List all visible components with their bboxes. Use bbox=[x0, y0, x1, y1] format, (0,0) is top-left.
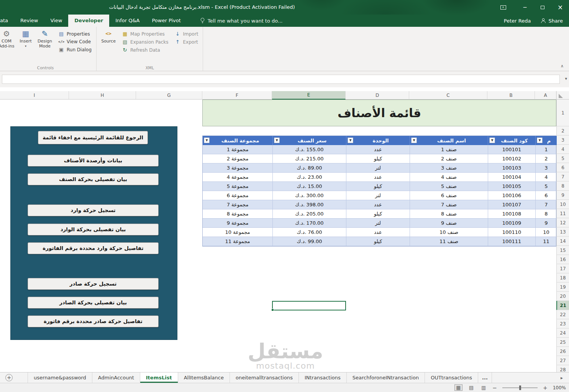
row-header-26[interactable]: 26 bbox=[556, 347, 569, 356]
sheet-tabs-overflow[interactable]: ... bbox=[478, 372, 492, 383]
sheet-tab-allitemsbalance[interactable]: AllItemsBalance bbox=[178, 372, 230, 383]
cell-name[interactable]: صنف 9 bbox=[410, 219, 488, 228]
cell-group[interactable]: مجموعة 8 bbox=[203, 209, 272, 219]
sheet-tab-oneitemalltransactions[interactable]: oneitemalltransactions bbox=[230, 372, 299, 383]
cell-serial[interactable]: 8 bbox=[535, 209, 557, 219]
expansion-packs-button[interactable]: ▧ Expansion Packs bbox=[122, 39, 168, 45]
cell-price[interactable]: د.ك.23.00 bbox=[272, 173, 346, 182]
cell-name[interactable]: صنف 1 bbox=[410, 145, 488, 154]
cell-name[interactable]: صنف 5 bbox=[410, 182, 488, 191]
cell-name[interactable]: صنف 2 bbox=[410, 154, 488, 163]
cell-serial[interactable]: 4 bbox=[535, 173, 557, 182]
row-header-5[interactable]: 5 bbox=[556, 154, 569, 163]
cell-serial[interactable]: 7 bbox=[535, 200, 557, 209]
user-name[interactable]: Peter Reda bbox=[504, 18, 531, 24]
cell-group[interactable]: مجموعة 6 bbox=[203, 191, 272, 200]
cell-price[interactable]: د.ك.398.00 bbox=[272, 200, 346, 209]
run-dialog-button[interactable]: ▣ Run Dialog bbox=[58, 47, 92, 52]
column-header-E[interactable]: E bbox=[272, 91, 346, 100]
cell-price[interactable]: د.ك.15.00 bbox=[272, 182, 346, 191]
cell-code[interactable]: 100107 bbox=[488, 200, 535, 209]
cell-price[interactable]: د.ك.205.00 bbox=[272, 209, 346, 219]
row-header-15[interactable]: 15 bbox=[556, 246, 569, 255]
cell-group[interactable]: مجموعة 3 bbox=[203, 163, 272, 173]
sheet-tab-adminaccount[interactable]: AdminAccount bbox=[92, 372, 140, 383]
row-header-2[interactable]: 2 bbox=[556, 126, 569, 136]
cell-serial[interactable]: 11 bbox=[535, 237, 557, 246]
row-header-4[interactable]: 4 bbox=[556, 145, 569, 154]
cell-price[interactable]: د.ك.89.00 bbox=[272, 163, 346, 173]
ribbon-tab-view[interactable]: View bbox=[44, 15, 68, 27]
filter-dropdown-icon[interactable]: ▼ bbox=[204, 137, 210, 143]
panel-button-9[interactable]: تفاصيل حركة صادر محددة برقم فاتورة bbox=[28, 315, 159, 327]
sheet-tab-intransactions[interactable]: INtransactions bbox=[299, 372, 347, 383]
cell-code[interactable]: 100106 bbox=[488, 191, 535, 200]
row-header-8[interactable]: 8 bbox=[556, 181, 569, 191]
column-header-A[interactable]: A bbox=[535, 91, 556, 100]
column-header-F[interactable]: F bbox=[202, 91, 272, 100]
formula-bar-expand-icon[interactable]: ▾ bbox=[565, 76, 567, 81]
row-header-12[interactable]: 12 bbox=[556, 218, 569, 227]
cell-code[interactable]: 100102 bbox=[488, 154, 535, 163]
table-header-[interactable]: ▼سعر الصنف bbox=[272, 136, 346, 145]
sheet-tab-itemslist[interactable]: ItemsList bbox=[140, 372, 178, 383]
filter-dropdown-icon[interactable]: ▼ bbox=[274, 137, 280, 143]
cell-code[interactable]: 100109 bbox=[488, 219, 535, 228]
ribbon-tab-data[interactable]: Data bbox=[0, 15, 14, 27]
row-header-10[interactable]: 10 bbox=[556, 200, 569, 209]
view-code-button[interactable]: </> View Code bbox=[58, 39, 92, 44]
share-button[interactable]: Share bbox=[541, 18, 563, 24]
row-header-14[interactable]: 14 bbox=[556, 237, 569, 246]
insert-control-button[interactable]: ▦ Insert ▾ bbox=[16, 28, 35, 47]
page-break-view-icon[interactable]: ▥ bbox=[480, 385, 487, 390]
cell-unit[interactable]: عدد bbox=[346, 173, 410, 182]
refresh-data-button[interactable]: ↻ Refresh Data bbox=[122, 47, 168, 53]
zoom-slider-thumb[interactable] bbox=[519, 385, 521, 390]
column-header-I[interactable]: I bbox=[0, 91, 69, 100]
cell-code[interactable]: 100111 bbox=[488, 237, 535, 246]
table-header-[interactable]: ▼مجموعة الصنف bbox=[203, 136, 272, 145]
cell-serial[interactable]: 6 bbox=[535, 191, 557, 200]
cell-name[interactable]: صنف 3 bbox=[410, 163, 488, 173]
cell-price[interactable]: د.ك.300.00 bbox=[272, 191, 346, 200]
source-button[interactable]: <> Source bbox=[99, 28, 118, 44]
cell-unit[interactable]: لتر bbox=[346, 219, 410, 228]
cell-group[interactable]: مجموعة 10 bbox=[203, 228, 272, 237]
cell-price[interactable]: د.ك.155.00 bbox=[272, 145, 346, 154]
panel-button-5[interactable]: بيان تفصيلى بحركة الوارد bbox=[28, 224, 159, 235]
formula-input[interactable] bbox=[41, 75, 560, 84]
row-header-18[interactable]: 18 bbox=[556, 273, 569, 283]
cell-unit[interactable]: عدد bbox=[346, 228, 410, 237]
row-header-19[interactable]: 19 bbox=[556, 283, 569, 292]
ribbon-tab-review[interactable]: Review bbox=[14, 15, 44, 27]
table-header-[interactable]: ▼م bbox=[535, 136, 557, 145]
sheet-tab-searchforoneintransaction[interactable]: SearchforoneINtransaction bbox=[347, 372, 425, 383]
row-header-1[interactable]: 1 bbox=[556, 100, 569, 126]
column-header-B[interactable]: B bbox=[487, 91, 535, 100]
filter-dropdown-icon[interactable]: ▼ bbox=[489, 137, 495, 143]
row-header-20[interactable]: 20 bbox=[556, 292, 569, 301]
row-header-24[interactable]: 24 bbox=[556, 328, 569, 338]
ribbon-tab-developer[interactable]: Developer bbox=[68, 15, 109, 27]
cell-name[interactable]: صنف 10 bbox=[410, 228, 488, 237]
export-button[interactable]: ↑ Export bbox=[175, 39, 198, 45]
sheet-tab-outtransactions[interactable]: OUTtransactions bbox=[425, 372, 478, 383]
cell-group[interactable]: مجموعة 7 bbox=[203, 200, 272, 209]
row-header-6[interactable]: 6 bbox=[556, 163, 569, 172]
cell-serial[interactable]: 3 bbox=[535, 163, 557, 173]
cell-serial[interactable]: 10 bbox=[535, 228, 557, 237]
row-header-21[interactable]: 21 bbox=[556, 301, 569, 310]
design-mode-button[interactable]: ✎ Design Mode bbox=[35, 28, 54, 49]
cell-name[interactable]: صنف 6 bbox=[410, 191, 488, 200]
cell-unit[interactable]: عدد bbox=[346, 145, 410, 154]
minimize-button[interactable]: ─ bbox=[516, 0, 534, 15]
cell-unit[interactable]: لتر bbox=[346, 163, 410, 173]
fill-handle[interactable] bbox=[271, 309, 274, 311]
row-header-17[interactable]: 17 bbox=[556, 264, 569, 273]
collapse-ribbon-icon[interactable]: ∧ bbox=[561, 64, 564, 69]
properties-button[interactable]: ▤ Properties bbox=[58, 31, 92, 37]
row-header-16[interactable]: 16 bbox=[556, 255, 569, 264]
cell-unit[interactable]: كيلو bbox=[346, 154, 410, 163]
panel-button-1[interactable]: الرجوع للقائمة الرئيسية مع اخفاء قائمة bbox=[38, 131, 148, 144]
column-header-C[interactable]: C bbox=[409, 91, 487, 100]
